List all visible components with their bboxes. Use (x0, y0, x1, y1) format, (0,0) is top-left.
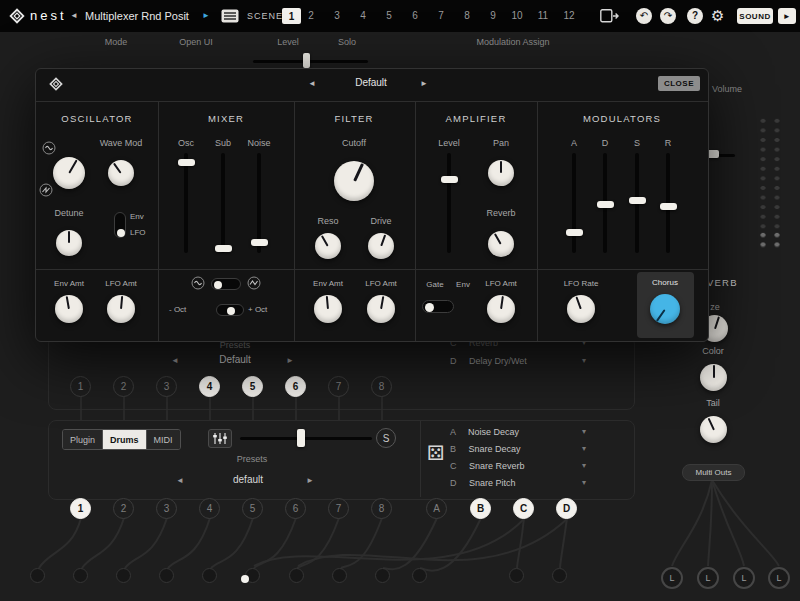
patch-jack[interactable] (509, 568, 524, 583)
drums-slot-7[interactable]: 7 (328, 498, 349, 519)
mixer-noise-slider-track[interactable] (257, 153, 261, 253)
group-b[interactable]: B (470, 498, 491, 519)
osc-wave-knob[interactable] (53, 157, 85, 189)
mixer-osc-slider-handle[interactable] (178, 159, 195, 166)
synth-slot-8[interactable]: 8 (371, 376, 392, 397)
close-button[interactable]: CLOSE (658, 76, 700, 91)
amp-lfo-amt-knob[interactable] (487, 295, 515, 323)
env-s-slider-handle[interactable] (629, 197, 646, 204)
mixer-button[interactable] (208, 429, 232, 448)
lfo-rate-knob[interactable] (567, 295, 595, 323)
scene-10[interactable]: 10 (507, 10, 527, 21)
mixer-sub-slider-handle[interactable] (215, 245, 232, 252)
output-jack-1[interactable]: L (661, 567, 683, 589)
amp-level-slider-track[interactable] (447, 153, 451, 253)
modal-preset-name[interactable]: Default (328, 77, 414, 88)
mixer-noise-slider-handle[interactable] (251, 239, 268, 246)
modal-preset-prev-icon[interactable]: ◄ (308, 79, 316, 88)
detune-knob[interactable] (56, 230, 82, 256)
reso-knob[interactable] (315, 233, 341, 259)
patch-jack[interactable] (30, 568, 45, 583)
scene-2[interactable]: 2 (301, 10, 321, 21)
drums-solo-button[interactable]: S (376, 428, 396, 448)
preset-next-icon[interactable]: ► (202, 11, 210, 20)
drive-knob[interactable] (368, 233, 394, 259)
scene-7[interactable]: 7 (431, 10, 451, 21)
osc-env-lfo-toggle[interactable] (114, 212, 126, 238)
wave-mod-knob[interactable] (108, 160, 134, 186)
scene-export-icon[interactable] (600, 9, 620, 23)
sub-wave-toggle[interactable] (211, 278, 241, 290)
drums-slot-8[interactable]: 8 (371, 498, 392, 519)
scene-4[interactable]: 4 (353, 10, 373, 21)
patch-jack[interactable] (552, 568, 567, 583)
output-jack-2[interactable]: L (697, 567, 719, 589)
drums-slot-1[interactable]: 1 (70, 498, 91, 519)
tab-plugin[interactable]: Plugin (63, 430, 103, 449)
redo-button[interactable]: ↷ (660, 8, 676, 24)
output-jack-4[interactable]: L (768, 567, 790, 589)
scene-8[interactable]: 8 (457, 10, 477, 21)
synth-slot-7[interactable]: 7 (328, 376, 349, 397)
drums-preset-name[interactable]: default (198, 474, 298, 485)
synth-slot-1[interactable]: 1 (70, 376, 91, 397)
filter-lfo-amt-knob[interactable] (367, 295, 395, 323)
env-a-slider-handle[interactable] (566, 229, 583, 236)
scene-12[interactable]: 12 (559, 10, 579, 21)
play-button[interactable]: ► (778, 8, 796, 24)
patch-jack[interactable] (202, 568, 217, 583)
osc-env-amt-knob[interactable] (55, 295, 83, 323)
amp-level-slider-handle[interactable] (441, 176, 458, 183)
scene-1[interactable]: 1 (282, 8, 301, 24)
patch-jack[interactable] (375, 568, 390, 583)
group-a[interactable]: A (426, 498, 447, 519)
drums-mod-slot-a[interactable]: A Noise Decay (450, 427, 519, 437)
group-d[interactable]: D (556, 498, 577, 519)
drums-preset-prev-icon[interactable]: ◄ (176, 476, 184, 485)
cutoff-knob[interactable] (334, 161, 374, 201)
sound-button[interactable]: SOUND (737, 8, 773, 24)
patch-jack[interactable] (289, 568, 304, 583)
dice-randomize-icon[interactable]: ⚄ (427, 443, 444, 463)
patch-jack[interactable] (159, 568, 174, 583)
scene-11[interactable]: 11 (533, 10, 553, 21)
osc-lfo-amt-knob[interactable] (107, 295, 135, 323)
synth-slot-5[interactable]: 5 (242, 376, 263, 397)
synth-mod-slot-d[interactable]: D Delay Dry/Wet (450, 356, 527, 366)
drums-slot-3[interactable]: 3 (156, 498, 177, 519)
patch-jack[interactable] (332, 568, 347, 583)
patch-jack[interactable] (116, 568, 131, 583)
drums-level-slider-handle[interactable] (297, 429, 305, 447)
scene-6[interactable]: 6 (405, 10, 425, 21)
chorus-knob[interactable] (650, 294, 680, 324)
synth-slot-3[interactable]: 3 (156, 376, 177, 397)
synth-preset-name[interactable]: Default (193, 354, 277, 365)
tab-midi[interactable]: MIDI (147, 430, 180, 449)
env-d-slider-handle[interactable] (597, 201, 614, 208)
gate-env-toggle[interactable] (422, 300, 454, 313)
synth-slot-2[interactable]: 2 (113, 376, 134, 397)
synth-slot-6[interactable]: 6 (285, 376, 306, 397)
drums-mod-slot-d[interactable]: D Snare Pitch (450, 478, 516, 488)
modal-preset-next-icon[interactable]: ► (420, 79, 428, 88)
scene-9[interactable]: 9 (483, 10, 503, 21)
output-jack-3[interactable]: L (733, 567, 755, 589)
scene-list-icon[interactable] (221, 9, 239, 23)
drums-slot-5[interactable]: 5 (242, 498, 263, 519)
group-c[interactable]: C (513, 498, 534, 519)
env-r-slider-handle[interactable] (660, 203, 677, 210)
patch-jack[interactable] (73, 568, 88, 583)
filter-env-amt-knob[interactable] (314, 295, 342, 323)
mixer-sub-slider-track[interactable] (221, 153, 225, 253)
tab-drums[interactable]: Drums (103, 430, 147, 449)
scene-3[interactable]: 3 (327, 10, 347, 21)
drums-slot-4[interactable]: 4 (199, 498, 220, 519)
drums-preset-next-icon[interactable]: ► (306, 476, 314, 485)
mixer-osc-slider-track[interactable] (184, 153, 188, 253)
pan-knob[interactable] (488, 160, 514, 186)
help-button[interactable]: ? (687, 8, 703, 24)
drums-slot-2[interactable]: 2 (113, 498, 134, 519)
env-a-slider-track[interactable] (572, 153, 576, 253)
synth-slot-4[interactable]: 4 (199, 376, 220, 397)
drums-mod-slot-b[interactable]: B Snare Decay (450, 444, 521, 454)
